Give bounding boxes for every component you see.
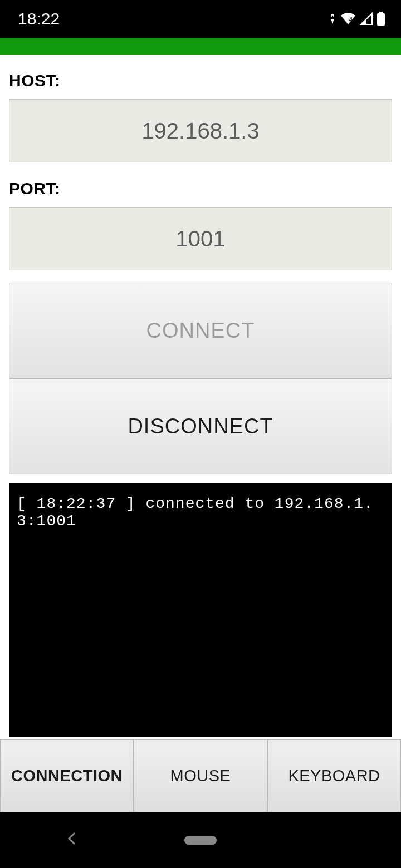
tab-mouse[interactable]: MOUSE xyxy=(134,739,267,812)
host-label: HOST: xyxy=(9,71,392,90)
wifi-icon: 4 xyxy=(340,12,356,26)
battery-icon xyxy=(376,12,385,26)
tab-keyboard[interactable]: KEYBOARD xyxy=(267,739,401,812)
tab-connection[interactable]: CONNECTION xyxy=(0,739,134,812)
signal-icon xyxy=(360,12,373,26)
app-bar xyxy=(0,38,401,55)
svg-rect-1 xyxy=(379,12,383,13)
svg-rect-2 xyxy=(377,13,385,26)
home-pill[interactable] xyxy=(184,836,217,845)
back-icon[interactable] xyxy=(67,830,77,851)
port-input[interactable] xyxy=(9,207,392,270)
bottom-tabs: CONNECTION MOUSE KEYBOARD xyxy=(0,739,401,812)
main-content: HOST: PORT: CONNECT DISCONNECT [ 18:22:3… xyxy=(0,71,401,737)
host-input[interactable] xyxy=(9,99,392,162)
log-output[interactable]: [ 18:22:37 ] connected to 192.168.1.3:10… xyxy=(9,483,392,737)
connect-button[interactable]: CONNECT xyxy=(9,283,392,378)
status-time: 18:22 xyxy=(18,9,60,28)
navigation-bar xyxy=(0,812,401,868)
data-sync-icon xyxy=(329,13,336,25)
status-icons: 4 xyxy=(329,12,385,26)
svg-text:4: 4 xyxy=(349,17,353,23)
disconnect-button[interactable]: DISCONNECT xyxy=(9,378,392,474)
status-bar: 18:22 4 xyxy=(0,0,401,38)
port-label: PORT: xyxy=(9,179,392,198)
